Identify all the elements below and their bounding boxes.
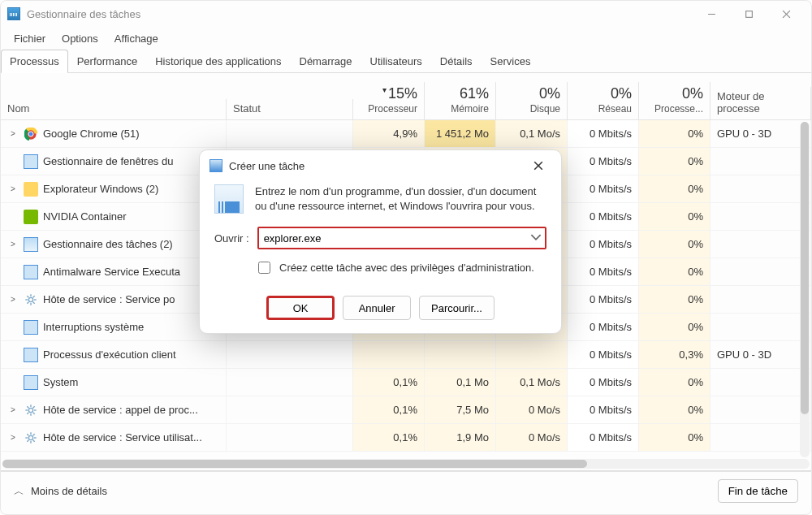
tm-icon	[24, 237, 38, 252]
svg-rect-1	[745, 11, 752, 17]
gpu-engine-cell	[710, 314, 811, 340]
svg-line-15	[33, 301, 35, 303]
process-name: Gestionnaire des tâches (2)	[43, 238, 173, 250]
menu-view[interactable]: Affichage	[108, 29, 165, 48]
cpu-cell: 0,1%	[353, 396, 425, 423]
cancel-button[interactable]: Annuler	[343, 296, 411, 320]
tab-bar: Processus Performance Historique des app…	[1, 50, 811, 73]
dialog-title: Créer une tâche	[229, 160, 304, 172]
minimize-button[interactable]	[693, 1, 730, 27]
expand-toggle[interactable]: >	[7, 184, 19, 193]
col-cpu[interactable]: ▾15% Processeur	[353, 82, 425, 119]
net-cell: 0 Mbits/s	[568, 120, 639, 147]
col-status[interactable]: Statut	[227, 99, 353, 119]
disk-cell: 0 Mo/s	[496, 396, 568, 423]
net-cell: 0 Mbits/s	[568, 231, 639, 258]
close-button[interactable]	[767, 1, 805, 27]
tab-details[interactable]: Détails	[431, 50, 482, 72]
cpu-cell: 0,1%	[353, 424, 425, 451]
col-gpu-label: Processe...	[654, 103, 703, 115]
tab-performance[interactable]: Performance	[68, 50, 146, 72]
process-name: Processus d'exécution client	[43, 348, 176, 361]
horizontal-scrollbar[interactable]	[2, 459, 810, 469]
col-mem-label: Mémoire	[451, 103, 489, 115]
expand-toggle[interactable]: >	[7, 295, 19, 304]
gpu-cell: 0%	[639, 396, 710, 423]
dialog-close-button[interactable]	[525, 154, 551, 177]
net-cell: 0 Mbits/s	[568, 424, 639, 451]
dialog-message: Entrez le nom d'un programme, d'un dossi…	[255, 184, 546, 213]
app-icon	[7, 7, 20, 20]
gpu-engine-cell	[710, 258, 811, 285]
col-net-label: Réseau	[598, 103, 632, 115]
vertical-scrollbar[interactable]	[800, 122, 810, 457]
gpu-engine-cell	[710, 286, 811, 313]
expand-toggle[interactable]: >	[7, 240, 19, 249]
table-row[interactable]: System0,1%0,1 Mo0,1 Mo/s0 Mbits/s0%	[1, 369, 811, 396]
tab-startup[interactable]: Démarrage	[291, 50, 361, 72]
col-disk[interactable]: 0% Disque	[496, 82, 568, 119]
expand-toggle[interactable]: >	[7, 129, 19, 138]
program-input[interactable]	[257, 227, 546, 249]
table-row[interactable]: >Google Chrome (51)4,9%1 451,2 Mo0,1 Mo/…	[1, 120, 811, 148]
admin-checkbox-label: Créez cette tâche avec des privilèges d'…	[279, 262, 534, 274]
svg-line-23	[27, 406, 28, 408]
tab-processes[interactable]: Processus	[1, 50, 68, 72]
process-name: Antimalware Service Executa	[43, 266, 180, 278]
menu-options[interactable]: Options	[55, 29, 105, 48]
gpu-engine-cell	[710, 231, 811, 258]
menu-file[interactable]: Fichier	[7, 29, 52, 48]
admin-checkbox[interactable]	[258, 262, 270, 274]
disk-cell: 0,1 Mo/s	[496, 369, 568, 396]
col-mem[interactable]: 61% Mémoire	[425, 82, 496, 119]
gpu-cell: 0%	[639, 369, 710, 396]
chevron-up-icon[interactable]: ︿	[14, 484, 24, 499]
col-gpu-engine[interactable]: Moteur de processe	[710, 87, 811, 119]
gpu-cell: 0%	[639, 314, 710, 340]
browse-button[interactable]: Parcourir...	[419, 296, 495, 320]
tab-app-history[interactable]: Historique des applications	[146, 50, 290, 72]
performance-icon	[214, 184, 244, 214]
net-cell: 0 Mbits/s	[568, 148, 639, 175]
maximize-button[interactable]	[730, 1, 767, 27]
svg-line-17	[33, 296, 35, 297]
svg-line-34	[27, 439, 28, 441]
net-cell: 0 Mbits/s	[568, 369, 639, 396]
process-name: System	[43, 376, 78, 388]
cpu-cell: 0,1%	[353, 369, 425, 396]
col-disk-pct: 0%	[503, 85, 560, 102]
svg-line-26	[33, 406, 35, 408]
ok-button[interactable]: OK	[266, 296, 335, 320]
svg-line-32	[27, 434, 28, 435]
expand-toggle[interactable]: >	[7, 433, 19, 442]
gpu-cell: 0%	[639, 258, 710, 285]
col-gpu-pct: 0%	[646, 85, 703, 102]
col-name[interactable]: Nom	[1, 99, 227, 119]
proc-icon	[24, 375, 38, 390]
chevron-down-icon[interactable]	[530, 232, 542, 243]
col-gpu[interactable]: 0% Processe...	[639, 82, 710, 119]
gpu-engine-cell: GPU 0 - 3D	[710, 341, 811, 368]
mem-cell: 0,1 Mo	[425, 369, 496, 396]
process-name: Hôte de service : appel de proc...	[43, 404, 198, 416]
table-row[interactable]: >Hôte de service : Service utilisat...0,…	[1, 424, 811, 452]
end-task-button[interactable]: Fin de tâche	[718, 479, 798, 503]
gpu-engine-cell	[710, 148, 811, 175]
status-cell	[227, 341, 353, 368]
process-name: Interruptions système	[43, 321, 144, 333]
process-name: Google Chrome (51)	[43, 128, 140, 140]
gpu-cell: 0%	[639, 120, 710, 147]
expand-toggle[interactable]: >	[7, 405, 19, 414]
vertical-scroll-thumb[interactable]	[801, 122, 809, 414]
tab-users[interactable]: Utilisateurs	[361, 50, 431, 72]
net-cell: 0 Mbits/s	[568, 396, 639, 423]
nvidia-icon	[24, 210, 38, 224]
table-row[interactable]: Processus d'exécution client0 Mbits/s0,3…	[1, 341, 811, 369]
col-net[interactable]: 0% Réseau	[568, 82, 639, 119]
tab-services[interactable]: Services	[482, 50, 540, 72]
gpu-engine-cell	[710, 203, 811, 230]
mem-cell: 1 451,2 Mo	[425, 120, 496, 147]
table-row[interactable]: >Hôte de service : appel de proc...0,1%7…	[1, 396, 811, 424]
fewer-details-link[interactable]: Moins de détails	[31, 485, 107, 497]
horizontal-scroll-thumb[interactable]	[2, 460, 587, 468]
